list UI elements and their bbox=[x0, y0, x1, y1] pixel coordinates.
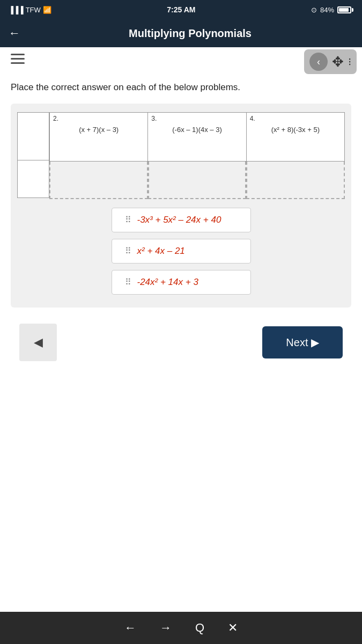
menu-button[interactable] bbox=[9, 52, 27, 66]
nav-buttons: ◀ Next ▶ bbox=[11, 318, 351, 367]
wifi-icon: 📶 bbox=[43, 6, 51, 14]
grid-icon[interactable]: ⁝ bbox=[348, 55, 351, 68]
page-title: Multiplying Polynomials bbox=[27, 27, 353, 40]
toolbar: 2 of 5 ‹ ✥ ⁝ bbox=[0, 47, 362, 70]
box-number-2: 2. bbox=[53, 115, 58, 122]
answer-card-2[interactable]: ⠿ x² + 4x – 21 bbox=[112, 239, 251, 264]
boxes-row: 2. (x + 7)(x – 3) 3. (-6x – 1)(4x – 3) 4… bbox=[49, 112, 345, 162]
battery-percent: 84% bbox=[320, 6, 334, 14]
answer-math-1: -3x³ + 5x² – 24x + 40 bbox=[137, 215, 221, 225]
answer-cards: ⠿ -3x³ + 5x² – 24x + 40 ⠿ x² + 4x – 21 ⠿… bbox=[17, 208, 345, 295]
spacer bbox=[0, 494, 362, 612]
browser-close-button[interactable]: ✕ bbox=[224, 619, 242, 637]
bottom-nav-bar: ← → Q ✕ bbox=[0, 612, 362, 644]
status-time: 7:25 AM bbox=[167, 5, 195, 14]
left-drop-zone[interactable] bbox=[17, 160, 49, 198]
activity-area: 2. (x + 7)(x – 3) 3. (-6x – 1)(4x – 3) 4… bbox=[11, 104, 351, 308]
box-number-3: 3. bbox=[151, 115, 157, 122]
nav-widget: ‹ ✥ ⁝ bbox=[304, 49, 357, 74]
drop-zone-4[interactable] bbox=[246, 162, 345, 199]
right-section: 2. (x + 7)(x – 3) 3. (-6x – 1)(4x – 3) 4… bbox=[49, 112, 345, 199]
expr-3: (-6x – 1)(4x – 3) bbox=[152, 126, 241, 134]
browser-back-button[interactable]: ← bbox=[120, 619, 141, 637]
carrier-label: TFW bbox=[26, 6, 41, 14]
drop-zone-2[interactable] bbox=[49, 162, 148, 199]
answer-card-3[interactable]: ⠿ -24x² + 14x + 3 bbox=[112, 270, 251, 295]
expr-4: (x² + 8)(-3x + 5) bbox=[251, 126, 340, 134]
back-button[interactable]: ← bbox=[9, 26, 20, 40]
circle-icon: ⊙ bbox=[311, 6, 317, 14]
status-bar: ▐▐▐ TFW 📶 7:25 AM ⊙ 84% bbox=[0, 0, 362, 19]
back-nav-button[interactable]: ◀ bbox=[19, 324, 57, 361]
browser-forward-button[interactable]: → bbox=[156, 619, 176, 637]
expr-2: (x + 7)(x – 3) bbox=[54, 126, 143, 134]
box-cell-2: 2. (x + 7)(x – 3) bbox=[50, 113, 148, 161]
instruction-text: Place the correct answer on each of the … bbox=[11, 81, 351, 94]
header: ← Multiplying Polynomials bbox=[0, 19, 362, 47]
signal-icon: ▐▐▐ bbox=[9, 6, 24, 14]
drag-handle-3: ⠿ bbox=[125, 277, 132, 287]
nav-back-button[interactable]: ‹ bbox=[309, 53, 328, 71]
drag-handle-1: ⠿ bbox=[125, 215, 132, 225]
main-content: Place the correct answer on each of the … bbox=[0, 70, 362, 494]
drop-zones bbox=[49, 162, 345, 199]
left-column bbox=[17, 112, 49, 199]
browser-search-button[interactable]: Q bbox=[191, 619, 209, 637]
left-box-top bbox=[17, 112, 49, 160]
next-button[interactable]: Next ▶ bbox=[262, 326, 343, 358]
status-right: ⊙ 84% bbox=[311, 6, 353, 14]
box-cell-4: 4. (x² + 8)(-3x + 5) bbox=[247, 113, 344, 161]
answer-math-2: x² + 4x – 21 bbox=[137, 246, 185, 257]
box-cell-3: 3. (-6x – 1)(4x – 3) bbox=[148, 113, 246, 161]
drop-zone-3[interactable] bbox=[148, 162, 247, 199]
box-number-4: 4. bbox=[250, 115, 255, 122]
battery-icon bbox=[337, 6, 353, 13]
drag-handle-2: ⠿ bbox=[125, 246, 132, 256]
answer-math-3: -24x² + 14x + 3 bbox=[137, 277, 198, 288]
move-icon[interactable]: ✥ bbox=[332, 54, 344, 70]
answer-card-1[interactable]: ⠿ -3x³ + 5x² – 24x + 40 bbox=[112, 208, 251, 232]
problems-area: 2. (x + 7)(x – 3) 3. (-6x – 1)(4x – 3) 4… bbox=[17, 112, 345, 199]
status-left: ▐▐▐ TFW 📶 bbox=[9, 6, 51, 14]
